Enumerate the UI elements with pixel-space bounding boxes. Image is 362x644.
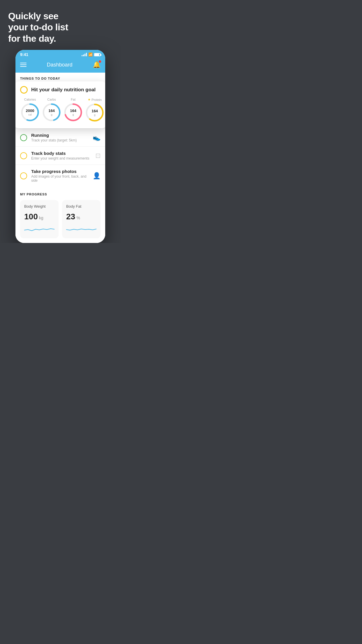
app-body: THINGS TO DO TODAY Hit your daily nutrit… [15,73,105,243]
progress-section: MY PROGRESS Body Weight 100 kg Body F [15,187,105,243]
body-fat-card[interactable]: Body Fat 23 % [62,200,101,238]
star-icon: ★ [88,98,91,102]
carbs-chart: 164 g [42,102,61,122]
headline-line2: your to-do list [8,22,113,33]
photos-text: Take progress photos Add images of your … [31,169,89,183]
nutrition-card: Hit your daily nutrition goal Calories [15,81,105,128]
photos-title: Take progress photos [31,169,89,174]
protein-value: 164 [92,109,98,113]
background: Quickly see your to-do list for the day.… [0,0,121,243]
shoe-icon: 👟 [93,134,101,141]
body-stats-radio[interactable] [20,152,27,159]
todo-body-stats[interactable]: Track body stats Enter your weight and m… [15,146,105,164]
carbs-value: 164 [48,108,55,113]
things-to-do-header: THINGS TO DO TODAY [15,73,105,83]
scale-icon: ⊡ [95,152,101,160]
nutrition-card-title: Hit your daily nutrition goal [31,87,96,93]
wifi-icon: 📶 [88,52,93,57]
body-weight-unit: kg [39,216,43,220]
fat-label: Fat [71,98,75,101]
progress-cards: Body Weight 100 kg Body Fat 23 [20,200,101,238]
nutrition-todo-radio[interactable] [20,86,28,94]
fat-value: 164 [70,108,76,113]
headline-line1: Quickly see [8,10,113,22]
nutrition-fat: Fat 164 g [63,98,83,122]
todo-running[interactable]: Running Track your stats (target: 5km) 👟 [15,128,105,146]
notification-bell-button[interactable]: 🔔 [93,61,101,69]
app-header: Dashboard 🔔 [15,58,105,73]
todo-progress-photos[interactable]: Take progress photos Add images of your … [15,164,105,187]
body-stats-title: Track body stats [31,151,91,156]
status-icons: 📶 [82,52,101,57]
battery-icon [94,53,101,56]
carbs-label: Carbs [47,98,56,101]
body-weight-card[interactable]: Body Weight 100 kg [20,200,59,238]
status-bar: 9:41 📶 [15,50,105,58]
fat-chart: 164 g [63,102,83,122]
card-wrapper: Hit your daily nutrition goal Calories [15,81,105,128]
calories-value: 2000 [26,108,34,113]
calories-chart: 2000 cal [20,102,40,122]
photos-radio[interactable] [20,172,27,179]
body-weight-sparkline [24,224,55,233]
running-radio[interactable] [20,134,27,141]
nutrition-carbs: Carbs 164 g [42,98,61,122]
body-weight-value-row: 100 kg [24,212,55,221]
headline: Quickly see your to-do list for the day. [0,0,121,50]
phone-frame: 9:41 📶 Dashboard [15,50,105,243]
calories-label: Calories [24,98,36,101]
nutrition-circles-row: Calories 2000 cal [20,98,101,123]
protein-chart: 164 g [85,103,105,123]
person-icon: 👤 [93,172,101,180]
photos-subtitle: Add images of your front, back, and side [31,174,89,183]
body-weight-title: Body Weight [24,204,55,209]
header-title: Dashboard [47,62,72,68]
nutrition-protein: ★ Protein 164 g [85,98,105,123]
progress-header: MY PROGRESS [20,192,101,196]
running-text: Running Track your stats (target: 5km) [31,133,89,142]
hamburger-icon[interactable] [20,63,27,67]
body-fat-sparkline [66,224,96,233]
nutrition-card-title-row: Hit your daily nutrition goal [20,86,101,94]
body-weight-value: 100 [24,212,38,221]
body-fat-unit: % [76,216,80,220]
body-fat-value-row: 23 % [66,212,96,221]
nutrition-calories: Calories 2000 cal [20,98,40,122]
body-stats-subtitle: Enter your weight and measurements [31,156,91,160]
time: 9:41 [20,52,28,57]
body-fat-value: 23 [66,212,75,221]
body-stats-text: Track body stats Enter your weight and m… [31,151,91,160]
notification-badge [99,60,101,63]
signal-icon [82,53,87,56]
protein-label: ★ Protein [88,98,102,102]
running-title: Running [31,133,89,138]
headline-line3: for the day. [8,33,113,44]
running-subtitle: Track your stats (target: 5km) [31,138,89,142]
body-fat-title: Body Fat [66,204,96,209]
